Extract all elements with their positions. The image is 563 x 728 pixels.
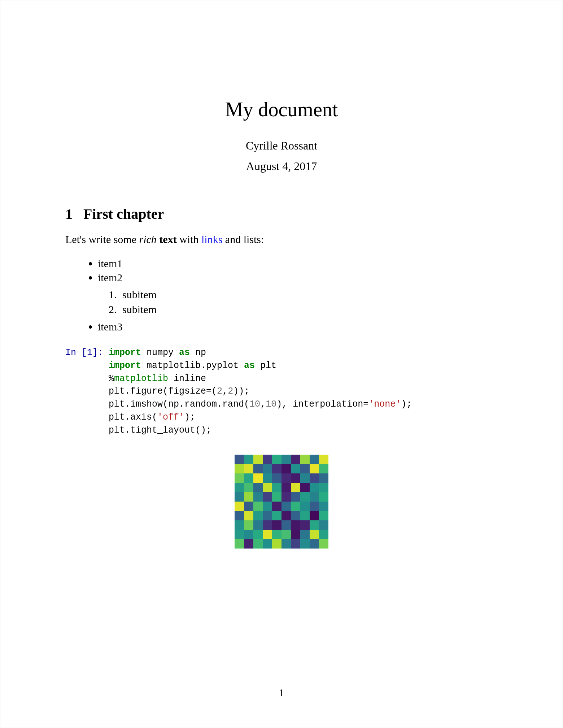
heatmap-cell <box>282 502 291 511</box>
heatmap-cell <box>235 492 244 502</box>
heatmap-cell <box>282 530 291 539</box>
section-heading: 1First chapter <box>65 205 498 222</box>
heatmap-cell <box>310 530 319 539</box>
heatmap-cell <box>272 520 282 530</box>
heatmap-cell <box>272 539 282 549</box>
list-item-label: item1 <box>98 257 122 269</box>
num: 2 <box>217 386 222 396</box>
heatmap-cell <box>235 520 244 530</box>
heatmap-cell <box>310 520 319 530</box>
heatmap-cell <box>282 511 291 520</box>
heatmap-cell <box>235 511 244 520</box>
section-number: 1 <box>65 206 73 222</box>
heatmap-cell <box>244 530 253 539</box>
heatmap-cell <box>235 539 244 549</box>
heatmap-cell <box>310 483 319 492</box>
kw-import: import <box>109 347 141 358</box>
num: 10 <box>249 399 260 410</box>
kw-as: as <box>244 360 255 371</box>
heatmap-cell <box>319 511 328 520</box>
heatmap-cell <box>310 511 319 520</box>
heatmap-cell <box>253 539 263 549</box>
list-item-label: item2 <box>98 272 122 283</box>
sub-list-item: subitem <box>119 302 498 317</box>
heatmap-cell <box>282 492 291 502</box>
heatmap-cell <box>291 473 300 483</box>
heatmap-cell <box>291 483 300 492</box>
heatmap-cell <box>235 483 244 492</box>
heatmap-cell <box>300 511 310 520</box>
intro-mid: with <box>177 233 201 245</box>
heatmap-cell <box>319 520 328 530</box>
heatmap-cell <box>263 539 272 549</box>
code-text: ), interpolation= <box>276 399 368 410</box>
document-date: August 4, 2017 <box>65 160 498 173</box>
heatmap-cell <box>319 539 328 549</box>
heatmap-cell <box>253 492 263 502</box>
list-item: item3 <box>98 320 498 334</box>
intro-bold: text <box>159 233 176 245</box>
heatmap-cell <box>244 502 253 511</box>
list-item-label: item3 <box>98 321 122 333</box>
heatmap-cell <box>244 464 253 473</box>
code-text: numpy <box>141 347 179 358</box>
heatmap-cell <box>300 492 310 502</box>
heatmap-cell <box>282 539 291 549</box>
heatmap-cell <box>300 473 310 483</box>
intro-italic: rich <box>139 233 157 245</box>
code-text: inline <box>168 373 206 384</box>
heatmap-cell <box>291 520 300 530</box>
heatmap-cell <box>319 464 328 473</box>
heatmap-cell <box>272 455 282 464</box>
heatmap-cell <box>272 511 282 520</box>
list-item: item1 <box>98 256 498 270</box>
heatmap-cell <box>282 520 291 530</box>
heatmap-cell <box>272 530 282 539</box>
page-number: 1 <box>0 686 563 699</box>
code-text: matplotlib.pyplot <box>141 360 244 371</box>
heatmap-cell <box>263 455 272 464</box>
kw-import: import <box>109 360 141 371</box>
heatmap-cell <box>253 455 263 464</box>
heatmap-cell <box>300 530 310 539</box>
heatmap-cell <box>244 483 253 492</box>
heatmap-cell <box>263 473 272 483</box>
heatmap-cell <box>235 464 244 473</box>
heatmap-cell <box>253 530 263 539</box>
heatmap-cell <box>291 502 300 511</box>
heatmap-cell <box>253 464 263 473</box>
heatmap-cell <box>253 483 263 492</box>
heatmap-cell <box>244 492 253 502</box>
heatmap-cell <box>310 502 319 511</box>
heatmap-cell <box>291 455 300 464</box>
document-author: Cyrille Rossant <box>65 139 498 152</box>
heatmap-cell <box>319 530 328 539</box>
heatmap-cell <box>300 455 310 464</box>
heatmap-cell <box>253 502 263 511</box>
num: 2 <box>228 386 233 396</box>
heatmap-cell <box>291 464 300 473</box>
heatmap-cell <box>300 464 310 473</box>
document-title: My document <box>65 98 498 121</box>
code-prompt: In [1]: <box>65 347 109 358</box>
heatmap-cell <box>300 483 310 492</box>
str: 'off' <box>157 412 184 422</box>
intro-paragraph: Let's write some rich text with links an… <box>65 233 498 246</box>
code-text: ); <box>401 399 412 410</box>
heatmap-cell <box>244 473 253 483</box>
heatmap-cell <box>319 502 328 511</box>
num: 10 <box>266 399 276 410</box>
heatmap-cell <box>263 464 272 473</box>
heatmap-cell <box>244 520 253 530</box>
sub-list-item: subitem <box>119 287 498 302</box>
intro-link[interactable]: links <box>201 233 222 245</box>
top-list: item1 item2 subitem subitem item3 <box>98 256 498 334</box>
heatmap-cell <box>310 464 319 473</box>
heatmap-cell <box>263 483 272 492</box>
heatmap-cell <box>319 492 328 502</box>
code-text: )); <box>233 386 249 396</box>
heatmap-cell <box>319 455 328 464</box>
heatmap-cell <box>244 455 253 464</box>
code-text: plt.figure(figsize=( <box>109 386 217 396</box>
sub-list-item-label: subitem <box>122 303 157 315</box>
